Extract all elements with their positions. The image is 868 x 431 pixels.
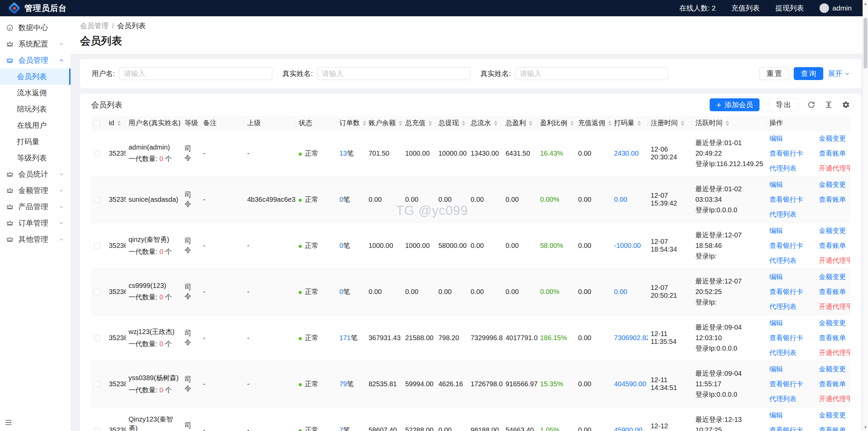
column-header-orders[interactable]: 订单数	[337, 116, 366, 130]
op-link[interactable]: 开通代理平台	[819, 164, 850, 173]
op-link[interactable]: 代理列表	[769, 348, 811, 357]
op-link[interactable]: 查看账单	[819, 149, 850, 158]
op-link[interactable]: 查看账单	[819, 287, 850, 296]
op-link[interactable]: 开通代理平台	[819, 302, 850, 311]
query-button[interactable]: 查询	[794, 67, 823, 80]
op-link[interactable]: 金额变更	[819, 411, 850, 420]
column-header-recharge_rebate[interactable]: 充值返佣	[575, 116, 611, 130]
sidebar-item-online-users[interactable]: 在线用户	[0, 117, 71, 134]
orders-link[interactable]: 0	[339, 242, 343, 249]
column-header-id[interactable]: id	[106, 116, 126, 130]
scrollbar-thumb[interactable]	[864, 18, 867, 68]
op-link[interactable]: 查看银行卡	[769, 426, 811, 431]
op-link[interactable]: 代理列表	[769, 394, 811, 404]
sidebar-item-dama-volume[interactable]: 打码量	[0, 134, 71, 150]
column-height-icon[interactable]	[825, 101, 833, 109]
op-link[interactable]: 查看账单	[819, 379, 850, 389]
op-link[interactable]: 查看账单	[819, 333, 850, 342]
column-header-active_time[interactable]: 活跃时间	[693, 116, 767, 130]
op-link[interactable]: 金额变更	[819, 272, 850, 281]
realname-input-1[interactable]	[317, 67, 470, 80]
orders-link[interactable]: 0	[339, 288, 343, 295]
sidebar-item-order-management[interactable]: 订单管理	[0, 215, 71, 231]
op-link[interactable]: 编辑	[769, 180, 811, 189]
orders-link[interactable]: 79	[339, 380, 347, 388]
op-link[interactable]: 查看银行卡	[769, 195, 811, 204]
op-link[interactable]: 编辑	[769, 318, 811, 328]
orders-link[interactable]: 13	[339, 150, 347, 157]
realname-input-2[interactable]	[515, 67, 668, 80]
op-link[interactable]: 编辑	[769, 134, 811, 143]
row-checkbox[interactable]	[94, 151, 100, 157]
op-link[interactable]: 金额变更	[819, 134, 850, 143]
column-header-total_withdraw[interactable]: 总提现	[436, 116, 468, 130]
row-checkbox[interactable]	[94, 289, 100, 295]
sidebar-item-product-management[interactable]: 产品管理	[0, 199, 71, 215]
dama-link[interactable]: 0.00	[614, 196, 627, 203]
username-input[interactable]	[119, 67, 272, 80]
column-header-total_flow[interactable]: 总流水	[468, 116, 503, 130]
sidebar-item-member-statistics[interactable]: 会员统计	[0, 166, 71, 182]
op-link[interactable]: 查看账单	[819, 241, 850, 250]
recharge-list-link[interactable]: 充值列表	[731, 3, 760, 13]
op-link[interactable]: 代理列表	[769, 164, 811, 173]
sidebar-item-member-list[interactable]: 会员列表	[0, 68, 71, 85]
op-link[interactable]: 金额变更	[819, 180, 847, 189]
reset-button[interactable]: 重置	[760, 67, 789, 80]
op-link[interactable]: 金额变更	[819, 365, 850, 374]
column-header-total_recharge[interactable]: 总充值	[402, 116, 436, 130]
column-header-profit_ratio[interactable]: 盈利比例	[537, 116, 575, 130]
sidebar-item-flow-rebate[interactable]: 流水返佣	[0, 85, 71, 101]
sidebar-item-data-center[interactable]: 数据中心	[0, 20, 71, 36]
column-header-reg_time[interactable]: 注册时间	[648, 116, 693, 130]
sidebar-item-system-config[interactable]: 系统配置	[0, 36, 71, 52]
breadcrumb-parent[interactable]: 会员管理	[80, 21, 108, 31]
row-checkbox[interactable]	[94, 427, 100, 431]
orders-link[interactable]: 0	[339, 196, 343, 203]
op-link[interactable]: 开通代理平台	[819, 394, 850, 404]
op-link[interactable]: 编辑	[769, 226, 811, 235]
row-checkbox[interactable]	[94, 381, 100, 387]
op-link[interactable]: 编辑	[769, 365, 811, 374]
scroll-down-icon[interactable]: ▼	[863, 425, 868, 430]
column-header-balance[interactable]: 账户余额	[366, 116, 402, 130]
row-checkbox[interactable]	[94, 197, 100, 203]
column-header-total_profit[interactable]: 总盈利	[503, 116, 537, 130]
sidebar-item-level-list[interactable]: 等级列表	[0, 150, 71, 166]
sidebar-item-companion-list[interactable]: 陪玩列表	[0, 101, 71, 117]
op-link[interactable]: 代理列表	[769, 256, 811, 265]
export-button[interactable]: 导出	[769, 98, 798, 111]
refresh-icon[interactable]	[807, 101, 815, 109]
op-link[interactable]: 查看账单	[819, 195, 847, 204]
dama-link[interactable]: -1000.00	[614, 242, 641, 249]
op-link[interactable]: 查看银行卡	[769, 287, 811, 296]
op-link[interactable]: 编辑	[769, 272, 811, 281]
expand-toggle[interactable]: 展开	[828, 69, 850, 78]
op-link[interactable]: 代理列表	[769, 302, 811, 311]
op-link[interactable]: 开通代理平台	[819, 256, 850, 265]
sidebar-item-other-management[interactable]: 其他管理	[0, 231, 71, 248]
dama-link[interactable]: 0.00	[614, 288, 627, 295]
vertical-scrollbar[interactable]: ▲ ▼	[863, 0, 868, 431]
sidebar-item-member-management[interactable]: 会员管理	[0, 52, 71, 68]
settings-gear-icon[interactable]	[842, 101, 850, 109]
orders-link[interactable]: 7	[339, 426, 343, 431]
op-link[interactable]: 查看银行卡	[769, 241, 811, 250]
dama-link[interactable]: 45900.00	[614, 426, 642, 431]
row-checkbox[interactable]	[94, 243, 100, 249]
op-link[interactable]: 金额变更	[819, 226, 850, 235]
op-link[interactable]: 编辑	[769, 411, 811, 420]
dama-link[interactable]: 2430.00	[614, 150, 638, 157]
select-all-checkbox[interactable]	[94, 120, 100, 126]
column-header-dama[interactable]: 打码量	[611, 116, 648, 130]
withdraw-list-link[interactable]: 提现列表	[775, 3, 804, 13]
user-menu[interactable]: admin	[820, 3, 852, 13]
row-checkbox[interactable]	[94, 335, 100, 341]
dama-link[interactable]: 404590.00	[614, 380, 646, 388]
op-link[interactable]: 代理列表	[769, 210, 811, 219]
op-link[interactable]: 查看银行卡	[769, 333, 811, 342]
op-link[interactable]: 金额变更	[819, 318, 850, 328]
dama-link[interactable]: 7306902.82	[614, 334, 648, 341]
scroll-up-icon[interactable]: ▲	[863, 1, 868, 6]
op-link[interactable]: 查看银行卡	[769, 149, 811, 158]
